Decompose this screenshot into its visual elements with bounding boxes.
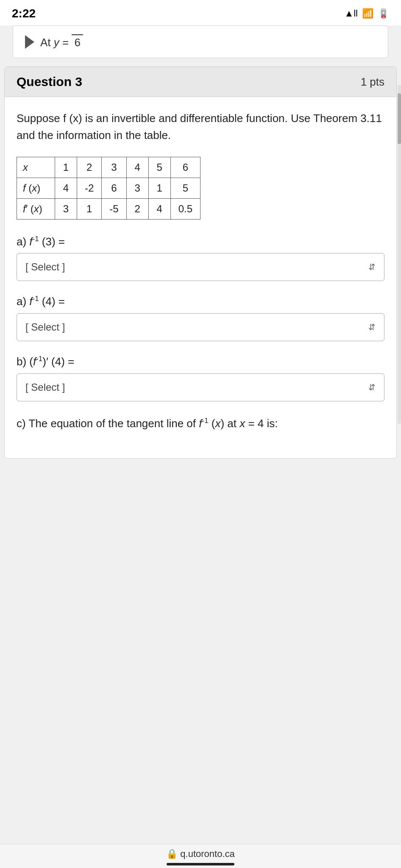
scrollbar-track[interactable] [398,85,401,424]
status-icons: ▲ll 📶 🪫 [344,8,389,19]
sub-question-b-select[interactable]: [ Select ] ⇵ [17,373,384,401]
question-card: Question 3 1 pts Suppose f (x) is an inv… [4,67,397,459]
sub-question-a2: a) f-1 (4) = [ Select ] ⇵ [17,295,384,341]
url-bar: 🔒 q.utoronto.ca [0,844,401,868]
table-cell-x-2: 2 [77,157,102,178]
table-cell-fpx-6: 0.5 [170,198,200,219]
status-time: 2:22 [12,7,36,20]
table-cell-x-5: 5 [148,157,170,178]
sub-question-a2-select[interactable]: [ Select ] ⇵ [17,313,384,341]
prev-question-card: At y = 6 [13,25,388,58]
sub-question-a1-label: a) f-1 (3) = [17,235,384,248]
table-cell-fx-label: f (x) [17,178,55,198]
signal-icon: ▲ll [344,8,358,19]
function-table: x 1 2 3 4 5 6 f (x) 4 -2 6 3 1 5 f′ (x) … [17,157,200,220]
table-row-fx: f (x) 4 -2 6 3 1 5 [17,178,200,198]
battery-icon: 🪫 [378,8,389,19]
table-cell-fx-3: 6 [102,178,126,198]
sub-question-a1-select-text: [ Select ] [25,261,65,273]
home-indicator [167,863,234,865]
sub-question-c: c) The equation of the tangent line of f… [17,415,384,432]
table-cell-fx-5: 1 [148,178,170,198]
question-header: Question 3 1 pts [5,67,396,97]
sub-question-c-label: c) The equation of the tangent line of f… [17,415,384,432]
table-row-x: x 1 2 3 4 5 6 [17,157,200,178]
table-cell-x-label: x [17,157,55,178]
sub-question-a2-label: a) f-1 (4) = [17,295,384,308]
prev-question-arrow [25,35,34,49]
table-cell-fx-4: 3 [126,178,148,198]
sub-question-a2-select-text: [ Select ] [25,321,65,333]
status-bar: 2:22 ▲ll 📶 🪫 [0,0,401,25]
question-body: Suppose f (x) is an invertible and diffe… [5,97,396,458]
sub-question-b-select-text: [ Select ] [25,381,65,393]
sub-question-a1-arrow-icon: ⇵ [368,262,376,272]
question-body-text: Suppose f (x) is an invertible and diffe… [17,110,384,144]
table-cell-fpx-3: -5 [102,198,126,219]
table-cell-fpx-1: 3 [55,198,77,219]
table-cell-fpx-5: 4 [148,198,170,219]
question-pts: 1 pts [361,75,384,89]
url-bar-text: 🔒 q.utoronto.ca [166,849,235,859]
table-cell-fpx-4: 2 [126,198,148,219]
question-title: Question 3 [17,75,82,89]
table-cell-x-1: 1 [55,157,77,178]
sub-question-b-label: b) (f-1)′ (4) = [17,355,384,368]
table-cell-fpx-2: 1 [77,198,102,219]
table-cell-x-6: 6 [170,157,200,178]
sub-question-b-arrow-icon: ⇵ [368,382,376,392]
prev-question-text: At y = 6 [40,34,83,49]
sub-question-a1-select[interactable]: [ Select ] ⇵ [17,253,384,281]
sub-question-b: b) (f-1)′ (4) = [ Select ] ⇵ [17,355,384,401]
sub-question-a1: a) f-1 (3) = [ Select ] ⇵ [17,235,384,281]
table-cell-fpx-label: f′ (x) [17,198,55,219]
wifi-icon: 📶 [362,8,373,19]
table-row-fpx: f′ (x) 3 1 -5 2 4 0.5 [17,198,200,219]
table-cell-x-4: 4 [126,157,148,178]
table-cell-x-3: 3 [102,157,126,178]
table-cell-fx-2: -2 [77,178,102,198]
scrollbar-thumb[interactable] [398,93,401,144]
table-cell-fx-1: 4 [55,178,77,198]
table-cell-fx-6: 5 [170,178,200,198]
sub-question-a2-arrow-icon: ⇵ [368,322,376,332]
